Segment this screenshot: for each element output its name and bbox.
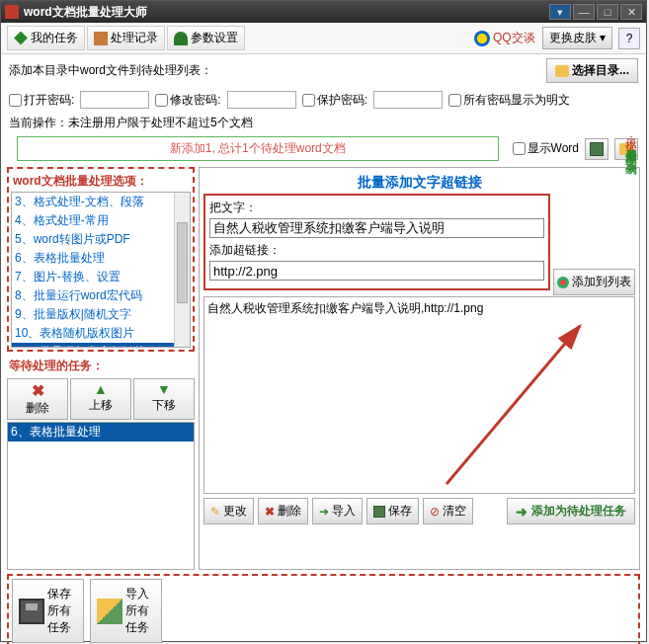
current-op-row: 当前操作：未注册用户限于处理不超过5个文档 — [1, 113, 646, 133]
qq-icon — [474, 31, 490, 46]
save-all-tasks-button[interactable]: 保存所有任务 — [12, 579, 84, 643]
chevron-down-icon: ▾ — [600, 31, 606, 44]
result-list[interactable]: 自然人税收管理系统扣缴客户端导入说明,http://1.png — [203, 296, 635, 494]
tip-text: 提示：未注册用户最多使用３个列表项 — [622, 129, 638, 153]
option-item[interactable]: 9、批量版权|随机文字 — [12, 305, 190, 324]
clear-button[interactable]: ⊘清空 — [423, 498, 473, 524]
folder-icon — [555, 65, 569, 77]
qq-chat-button[interactable]: QQ交谈 — [469, 28, 540, 48]
status-banner: 新添加1, 总计1个待处理word文档 — [17, 136, 499, 161]
panel-title: 批量添加文字超链接 — [203, 172, 635, 194]
add-to-list-button[interactable]: 添加到列表 — [553, 269, 635, 295]
option-item[interactable]: 10、表格随机版权图片 — [12, 324, 190, 343]
protect-pwd-check[interactable]: 保护密码: — [302, 92, 367, 109]
result-item[interactable]: 自然人税收管理系统扣缴客户端导入说明,http://1.png — [207, 300, 631, 317]
pending-item[interactable]: 6、表格批量处理 — [8, 423, 194, 442]
flower-icon — [557, 277, 569, 288]
disk-icon — [19, 599, 44, 624]
option-item[interactable]: 11、批量添加文字超链接 — [12, 343, 190, 348]
right-panel: 批量添加文字超链接 把文字： 添加超链接： 添加到列表 自然人税收管理系统扣缴客… — [199, 167, 640, 570]
arrow-down-icon: ▼ — [157, 381, 171, 397]
password-row: 打开密码: 修改密码: 保护密码: 所有密码显示为明文 — [1, 87, 646, 113]
option-item[interactable]: 8、批量运行word宏代码 — [12, 286, 190, 305]
text-input[interactable] — [209, 218, 544, 238]
arrow-up-icon: ▲ — [94, 381, 108, 397]
briefcase-icon — [94, 32, 108, 45]
select-dir-button[interactable]: 选择目录... — [546, 58, 638, 83]
delete-button-2[interactable]: ✖删除 — [258, 498, 308, 524]
pending-list[interactable]: 6、表格批量处理 — [7, 422, 195, 570]
show-word-check[interactable]: 显示Word — [513, 140, 579, 157]
play-icon — [14, 32, 28, 45]
input-frame: 把文字： 添加超链接： — [203, 194, 550, 290]
delete-button[interactable]: ✖删除 — [7, 378, 68, 420]
add-dir-row: 添加本目录中word文件到待处理列表： 选择目录... — [1, 54, 646, 87]
modify-pwd-input[interactable] — [227, 91, 296, 109]
options-panel: word文档批量处理选项： 3、格式处理-文档、段落4、格式处理-常用5、wor… — [7, 167, 195, 352]
clear-icon: ⊘ — [430, 505, 440, 519]
open-pwd-check[interactable]: 打开密码: — [9, 92, 74, 109]
x-icon: ✖ — [265, 505, 275, 519]
pending-title: 等待处理的任务： — [7, 356, 195, 376]
show-plain-check[interactable]: 所有密码显示为明文 — [448, 92, 570, 109]
dropdown-icon[interactable]: ▾ — [549, 4, 571, 20]
text-label: 把文字： — [209, 200, 544, 216]
change-skin-button[interactable]: 更换皮肤 ▾ — [542, 27, 612, 49]
option-item[interactable]: 6、表格批量处理 — [12, 249, 190, 268]
scrollbar[interactable] — [174, 193, 190, 347]
app-window: word文档批量处理大师 ▾ — □ ✕ 我的任务 处理记录 参数设置 QQ交谈… — [0, 0, 647, 642]
move-up-button[interactable]: ▲上移 — [70, 378, 131, 420]
option-item[interactable]: 7、图片-替换、设置 — [12, 268, 190, 286]
option-item[interactable]: 5、word转图片或PDF — [12, 230, 190, 249]
help-button[interactable]: ? — [618, 28, 640, 49]
tree-icon — [174, 32, 188, 45]
window-title: word文档批量处理大师 — [24, 4, 549, 21]
save-button-2[interactable]: 保存 — [366, 498, 419, 524]
arrow-right-icon: ➜ — [516, 504, 527, 520]
titlebar: word文档批量处理大师 ▾ — □ ✕ — [1, 1, 646, 23]
params-tab[interactable]: 参数设置 — [167, 26, 245, 50]
import-all-tasks-button[interactable]: 导入所有任务 — [90, 579, 162, 643]
maximize-button[interactable]: □ — [597, 4, 618, 20]
records-tab[interactable]: 处理记录 — [87, 26, 165, 50]
add-dir-label: 添加本目录中word文件到待处理列表： — [9, 62, 212, 79]
option-item[interactable]: 3、格式处理-文档、段落 — [12, 193, 190, 211]
x-icon: ✖ — [32, 381, 44, 400]
open-pwd-input[interactable] — [80, 91, 149, 109]
disk-icon — [373, 506, 385, 518]
import-button[interactable]: ➜导入 — [312, 498, 363, 524]
move-down-button[interactable]: ▼下移 — [133, 378, 195, 420]
protect-pwd-input[interactable] — [373, 91, 443, 109]
options-title: word文档批量处理选项： — [11, 171, 191, 192]
change-button[interactable]: ✎更改 — [203, 498, 254, 524]
add-as-task-button[interactable]: ➜添加为待处理任务 — [507, 498, 635, 524]
disk-icon — [590, 142, 604, 156]
save-button[interactable] — [585, 138, 608, 160]
import-icon — [97, 599, 122, 624]
options-list[interactable]: 3、格式处理-文档、段落4、格式处理-常用5、word转图片或PDF6、表格批量… — [11, 192, 191, 348]
my-tasks-tab[interactable]: 我的任务 — [7, 26, 85, 50]
main-toolbar: 我的任务 处理记录 参数设置 QQ交谈 更换皮肤 ▾ ? — [1, 23, 646, 54]
link-input[interactable] — [209, 261, 544, 281]
link-label: 添加超链接： — [209, 242, 544, 259]
modify-pwd-check[interactable]: 修改密码: — [155, 92, 220, 109]
app-icon — [5, 5, 19, 19]
close-button[interactable]: ✕ — [620, 4, 642, 20]
option-item[interactable]: 4、格式处理-常用 — [12, 211, 190, 230]
pencil-icon: ✎ — [210, 505, 220, 519]
minimize-button[interactable]: — — [573, 4, 595, 20]
import-icon: ➜ — [319, 505, 329, 519]
